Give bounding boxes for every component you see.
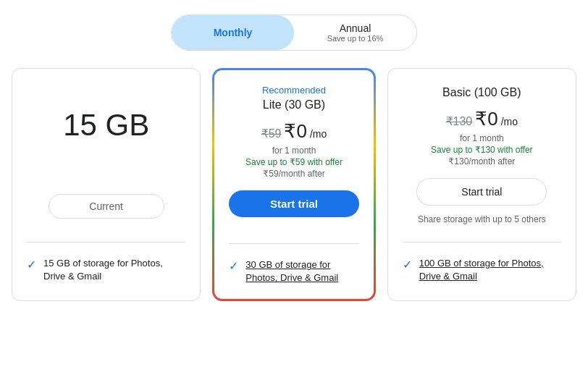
current-button: Current <box>49 194 164 219</box>
monthly-label: Monthly <box>214 27 253 38</box>
basic-share-text: Share storage with up to 5 others <box>403 214 561 224</box>
lite-feature-row: ✓ 30 GB of storage for Photos, Drive & G… <box>229 258 358 284</box>
recommended-label: Recommended <box>229 85 358 96</box>
plans-container: 15 GB Current ✓ 15 GB of storage for Pho… <box>12 68 576 301</box>
lite-price-period: /mo <box>310 128 327 140</box>
lite-price-sub2: Save up to ₹59 with offer <box>229 157 358 167</box>
lite-plan-card: Recommended Lite (30 GB) ₹59 ₹0 /mo for … <box>212 68 375 301</box>
lite-price-after: ₹59/month after <box>229 169 358 179</box>
free-plan-card: 15 GB Current ✓ 15 GB of storage for Pho… <box>12 68 201 301</box>
free-storage-label: 15 GB <box>27 108 185 143</box>
monthly-option[interactable]: Monthly <box>172 15 294 50</box>
basic-start-trial-button[interactable]: Start trial <box>416 178 547 206</box>
basic-price-current: ₹0 <box>475 108 497 130</box>
lite-start-trial-button[interactable]: Start trial <box>229 190 358 217</box>
free-check-icon: ✓ <box>27 258 36 271</box>
lite-check-icon: ✓ <box>229 259 238 273</box>
lite-price-current: ₹0 <box>284 120 306 143</box>
basic-price-original: ₹130 <box>446 114 473 128</box>
free-divider <box>27 242 185 242</box>
lite-card-inner: Recommended Lite (30 GB) ₹59 ₹0 /mo for … <box>214 70 373 299</box>
basic-check-icon: ✓ <box>403 258 412 271</box>
free-feature-row: ✓ 15 GB of storage for Photos, Drive & G… <box>27 257 185 283</box>
basic-feature-row: ✓ 100 GB of storage for Photos, Drive & … <box>403 257 561 283</box>
billing-toggle[interactable]: Monthly Annual Save up to 16% <box>171 14 417 51</box>
basic-feature-text: 100 GB of storage for Photos, Drive & Gm… <box>419 257 561 283</box>
basic-divider <box>403 242 561 242</box>
basic-pricing-row: ₹130 ₹0 /mo <box>403 108 561 130</box>
lite-divider <box>229 243 358 244</box>
basic-price-sub1: for 1 month <box>403 133 561 143</box>
annual-label: Annual <box>340 22 371 34</box>
lite-pricing-row: ₹59 ₹0 /mo <box>229 120 358 143</box>
annual-option[interactable]: Annual Save up to 16% <box>294 15 416 50</box>
free-feature-text: 15 GB of storage for Photos, Drive & Gma… <box>43 257 185 283</box>
basic-price-after: ₹130/month after <box>403 156 561 166</box>
lite-price-original: ₹59 <box>261 127 282 140</box>
lite-feature-text: 30 GB of storage for Photos, Drive & Gma… <box>245 258 358 284</box>
basic-plan-card: Basic (100 GB) ₹130 ₹0 /mo for 1 month S… <box>387 68 576 301</box>
lite-plan-name: Lite (30 GB) <box>229 98 358 111</box>
lite-price-sub1: for 1 month <box>229 145 358 156</box>
basic-price-sub2: Save up to ₹130 with offer <box>403 145 561 155</box>
basic-price-period: /mo <box>501 116 518 127</box>
annual-save-text: Save up to 16% <box>327 34 384 43</box>
basic-plan-name: Basic (100 GB) <box>403 86 561 99</box>
